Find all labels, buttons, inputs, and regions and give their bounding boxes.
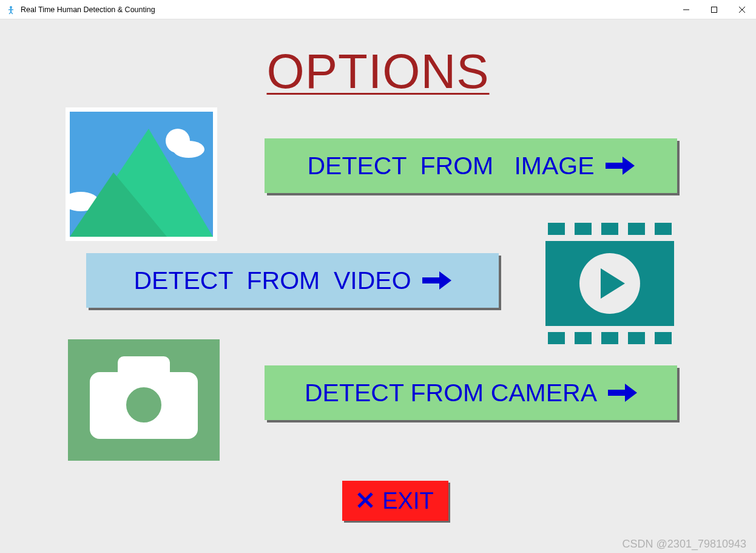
- arrow-right-icon: [608, 384, 637, 402]
- svg-marker-54: [625, 384, 637, 402]
- button-label: DETECT FROM VIDEO: [133, 266, 411, 295]
- camera-icon: [68, 339, 220, 461]
- svg-rect-26: [601, 332, 618, 344]
- app-icon: [6, 5, 16, 15]
- picture-icon: [66, 107, 217, 241]
- svg-rect-1: [10, 8, 12, 12]
- svg-rect-27: [628, 332, 645, 344]
- svg-rect-22: [628, 223, 645, 235]
- maximize-button[interactable]: [700, 0, 728, 19]
- detect-from-camera-button[interactable]: DETECT FROM CAMERA: [265, 365, 677, 420]
- titlebar[interactable]: Real Time Human Detection & Counting: [0, 0, 756, 19]
- app-window: Real Time Human Detection & Counting OPT…: [0, 0, 756, 553]
- svg-rect-53: [608, 390, 626, 396]
- button-label: DETECT FROM CAMERA: [305, 379, 597, 407]
- arrow-right-icon: [606, 157, 635, 175]
- minimize-button[interactable]: [672, 0, 700, 19]
- content-area: OPTIONS DETECT FROM IMAGE: [0, 19, 756, 553]
- svg-marker-18: [439, 271, 451, 290]
- detect-from-image-button[interactable]: DETECT FROM IMAGE: [265, 138, 677, 193]
- svg-rect-15: [606, 163, 624, 169]
- svg-rect-28: [655, 332, 672, 344]
- watermark-text: CSDN @2301_79810943: [623, 538, 746, 551]
- svg-rect-19: [548, 223, 565, 235]
- svg-rect-24: [548, 332, 565, 344]
- window-title: Real Time Human Detection & Counting: [21, 5, 672, 14]
- arrow-right-icon: [422, 271, 451, 290]
- close-x-icon: [357, 488, 374, 514]
- button-label: DETECT FROM IMAGE: [307, 152, 594, 180]
- svg-rect-0: [10, 6, 12, 8]
- svg-rect-21: [601, 223, 618, 235]
- svg-rect-20: [575, 223, 592, 235]
- svg-rect-17: [422, 277, 440, 283]
- close-button[interactable]: [728, 0, 756, 19]
- svg-rect-25: [575, 332, 592, 344]
- svg-marker-16: [623, 157, 635, 175]
- exit-button[interactable]: EXIT: [342, 481, 448, 521]
- window-controls: [672, 0, 756, 19]
- page-title: OPTIONS: [266, 44, 489, 100]
- svg-rect-23: [655, 223, 672, 235]
- svg-point-11: [173, 141, 204, 158]
- svg-rect-6: [712, 7, 717, 12]
- svg-line-4: [11, 12, 13, 14]
- detect-from-video-button[interactable]: DETECT FROM VIDEO: [86, 253, 499, 308]
- button-label: EXIT: [382, 488, 433, 514]
- video-icon: [543, 223, 677, 344]
